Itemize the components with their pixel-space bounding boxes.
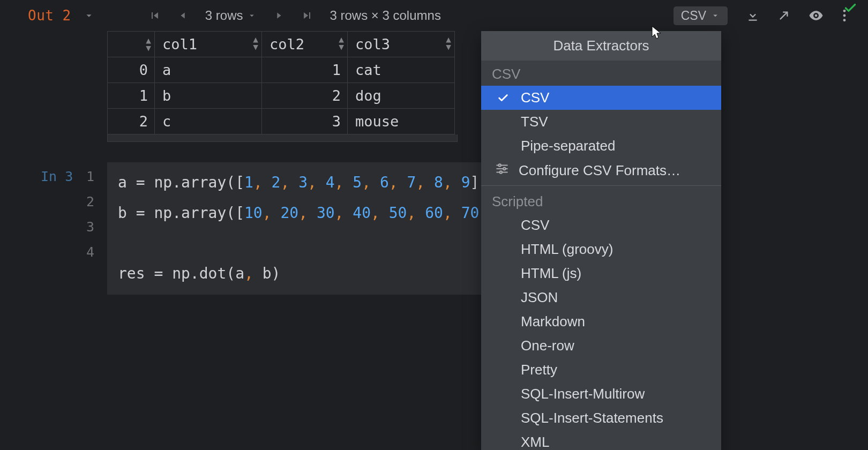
table-footer: [107, 134, 458, 142]
sort-icon: ▲▼: [146, 37, 148, 52]
extractor-label: CSV: [521, 89, 549, 106]
line-number: 3: [78, 219, 94, 235]
extractor-item[interactable]: One-row: [481, 334, 721, 358]
open-external-icon[interactable]: [778, 10, 790, 21]
extractor-label: SQL-Insert-Statements: [521, 410, 663, 426]
svg-point-6: [499, 164, 501, 166]
extractor-item[interactable]: SQL-Insert-Multirow: [481, 382, 721, 406]
cell[interactable]: c: [155, 109, 262, 134]
collapse-output-icon[interactable]: [83, 10, 95, 21]
row-count-label: 3 rows: [205, 8, 243, 23]
extractor-label: Pipe-separated: [521, 138, 615, 154]
svg-point-7: [503, 168, 505, 170]
column-label: col3: [355, 36, 390, 52]
line-number: 2: [78, 194, 94, 209]
extractor-label: HTML (groovy): [521, 241, 613, 258]
svg-point-2: [843, 19, 846, 21]
cell[interactable]: 1: [262, 57, 348, 83]
data-table[interactable]: ▲▼ col1▲▼ col2▲▼ col3▲▼ 0 a 1 cat 1 b 2 …: [107, 31, 455, 134]
in-cell-label: In 3: [41, 169, 73, 184]
sliders-icon: [495, 162, 509, 179]
extractor-item[interactable]: HTML (js): [481, 261, 721, 286]
cell[interactable]: dog: [348, 83, 455, 109]
column-label: col1: [162, 36, 197, 52]
extractor-label: XML: [521, 434, 549, 450]
column-header[interactable]: col1▲▼: [155, 32, 262, 57]
extractor-label: JSON: [521, 289, 558, 306]
right-toolbar: CSV: [674, 0, 847, 31]
extractor-label: SQL-Insert-Multirow: [521, 386, 645, 402]
column-header[interactable]: col2▲▼: [262, 32, 348, 57]
extractor-item[interactable]: SQL-Insert-Statements: [481, 406, 721, 430]
table-row[interactable]: 0 a 1 cat: [108, 57, 455, 83]
popup-title: Data Extractors: [481, 31, 721, 61]
table-row[interactable]: 1 b 2 dog: [108, 83, 455, 109]
extractor-item[interactable]: XML: [481, 430, 721, 450]
extractor-item-tsv[interactable]: TSV: [481, 110, 721, 134]
download-icon[interactable]: [746, 9, 760, 22]
table-row[interactable]: 2 c 3 mouse: [108, 109, 455, 134]
extractor-label: Markdown: [521, 313, 585, 330]
last-page-icon[interactable]: [301, 9, 313, 22]
sort-icon: ▲▼: [253, 36, 255, 51]
format-dropdown-label: CSV: [681, 9, 706, 23]
cell[interactable]: b: [155, 83, 262, 109]
next-page-icon[interactable]: [273, 10, 285, 21]
popup-section-scripted: Scripted: [481, 188, 721, 213]
prev-page-icon[interactable]: [177, 10, 189, 21]
extractor-item[interactable]: JSON: [481, 286, 721, 310]
svg-point-1: [843, 14, 846, 17]
row-index: 1: [108, 83, 155, 109]
extractor-label: One-row: [521, 338, 574, 354]
line-gutter: 1 2 3 4: [78, 169, 94, 260]
index-header[interactable]: ▲▼: [108, 32, 155, 57]
extractor-label: TSV: [521, 114, 548, 130]
configure-csv-item[interactable]: Configure CSV Formats…: [481, 158, 721, 183]
cell[interactable]: 3: [262, 109, 348, 134]
column-label: col2: [270, 36, 304, 52]
output-toolbar: Out 2 3 rows 3 rows × 3 columns CSV: [0, 0, 868, 31]
extractor-item-csv[interactable]: CSV: [481, 86, 721, 110]
cell[interactable]: a: [155, 57, 262, 83]
table-dimensions: 3 rows × 3 columns: [330, 8, 440, 23]
svg-point-0: [843, 10, 846, 12]
row-index: 0: [108, 57, 155, 83]
extractor-label: CSV: [521, 217, 549, 234]
cell[interactable]: mouse: [348, 109, 455, 134]
svg-point-8: [500, 171, 502, 173]
data-extractors-popup: Data Extractors CSV CSV TSV Pipe-separat…: [481, 31, 721, 450]
pager-toolbar: 3 rows 3 rows × 3 columns: [148, 8, 441, 23]
configure-label: Configure CSV Formats…: [519, 162, 680, 179]
extractor-item[interactable]: Markdown: [481, 310, 721, 334]
extractor-item-pipe[interactable]: Pipe-separated: [481, 134, 721, 158]
row-count-selector[interactable]: 3 rows: [205, 8, 257, 23]
cell[interactable]: cat: [348, 57, 455, 83]
column-header[interactable]: col3▲▼: [348, 32, 455, 57]
more-icon[interactable]: [842, 9, 847, 22]
extractor-label: HTML (js): [521, 265, 581, 282]
cell[interactable]: 2: [262, 83, 348, 109]
check-icon: [497, 92, 511, 104]
eye-icon[interactable]: [808, 8, 824, 24]
extractor-label: Pretty: [521, 362, 557, 378]
line-number: 4: [78, 244, 94, 260]
sort-icon: ▲▼: [339, 36, 341, 51]
mouse-cursor-icon: [651, 26, 663, 44]
table-header-row: ▲▼ col1▲▼ col2▲▼ col3▲▼: [108, 32, 455, 57]
extractor-item[interactable]: CSV: [481, 213, 721, 237]
format-dropdown-button[interactable]: CSV: [674, 6, 728, 25]
first-page-icon[interactable]: [148, 9, 161, 22]
out-cell-label: Out 2: [28, 8, 71, 24]
line-number: 1: [78, 169, 94, 184]
extractor-item[interactable]: HTML (groovy): [481, 237, 721, 261]
popup-section-csv: CSV: [481, 61, 721, 86]
extractor-item[interactable]: Pretty: [481, 358, 721, 382]
row-index: 2: [108, 109, 155, 134]
sort-icon: ▲▼: [446, 36, 448, 51]
popup-separator: [481, 185, 721, 186]
